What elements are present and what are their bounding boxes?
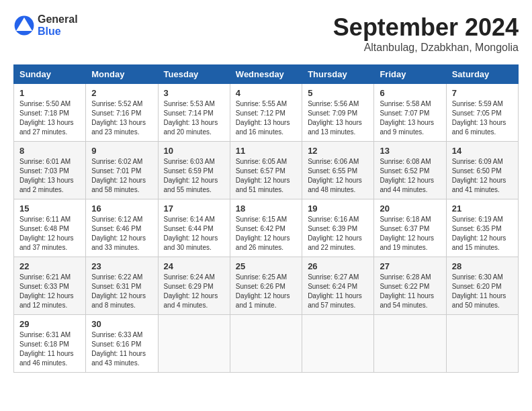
calendar-row: 29 Sunrise: 6:31 AMSunset: 6:18 PMDaylig… [14, 315, 519, 373]
calendar-cell: 9 Sunrise: 6:02 AMSunset: 7:01 PMDayligh… [86, 142, 158, 199]
cell-info: Sunrise: 5:55 AMSunset: 7:12 PMDaylight:… [236, 100, 290, 136]
day-number: 8 [19, 146, 80, 156]
calendar-cell: 11 Sunrise: 6:05 AMSunset: 6:57 PMDaylig… [230, 142, 302, 199]
cell-info: Sunrise: 6:33 AMSunset: 6:16 PMDaylight:… [91, 331, 146, 367]
title-block: September 2024 Altanbulag, Dzabkhan, Mon… [333, 13, 519, 54]
calendar-row: 22 Sunrise: 6:21 AMSunset: 6:33 PMDaylig… [14, 257, 519, 315]
calendar-cell: 5 Sunrise: 5:56 AMSunset: 7:09 PMDayligh… [302, 84, 374, 142]
cell-info: Sunrise: 6:25 AMSunset: 6:26 PMDaylight:… [236, 273, 290, 309]
cell-info: Sunrise: 5:53 AMSunset: 7:14 PMDaylight:… [164, 100, 218, 136]
day-number: 23 [91, 261, 152, 271]
calendar-cell: 1 Sunrise: 5:50 AMSunset: 7:18 PMDayligh… [14, 84, 86, 142]
calendar-cell: 14 Sunrise: 6:09 AMSunset: 6:50 PMDaylig… [446, 142, 518, 199]
cell-info: Sunrise: 6:19 AMSunset: 6:35 PMDaylight:… [452, 216, 506, 251]
calendar-cell: 22 Sunrise: 6:21 AMSunset: 6:33 PMDaylig… [14, 257, 86, 315]
day-number: 20 [380, 203, 440, 214]
cell-info: Sunrise: 6:14 AMSunset: 6:44 PMDaylight:… [164, 216, 218, 251]
calendar-cell: 26 Sunrise: 6:27 AMSunset: 6:24 PMDaylig… [302, 257, 374, 315]
calendar-cell [446, 315, 518, 373]
calendar-cell: 6 Sunrise: 5:58 AMSunset: 7:07 PMDayligh… [374, 84, 446, 142]
day-number: 16 [91, 203, 152, 214]
day-number: 2 [91, 88, 152, 98]
cell-info: Sunrise: 6:16 AMSunset: 6:39 PMDaylight:… [308, 216, 362, 251]
calendar-cell: 24 Sunrise: 6:24 AMSunset: 6:29 PMDaylig… [158, 257, 230, 315]
calendar-cell: 17 Sunrise: 6:14 AMSunset: 6:44 PMDaylig… [158, 199, 230, 257]
cell-info: Sunrise: 5:52 AMSunset: 7:16 PMDaylight:… [91, 100, 146, 136]
day-number: 13 [380, 146, 440, 156]
day-number: 18 [236, 203, 296, 214]
col-wednesday: Wednesday [230, 65, 302, 84]
calendar-cell [230, 315, 302, 373]
cell-info: Sunrise: 5:59 AMSunset: 7:05 PMDaylight:… [452, 100, 506, 136]
day-number: 6 [380, 88, 440, 98]
cell-info: Sunrise: 6:30 AMSunset: 6:20 PMDaylight:… [452, 273, 506, 309]
cell-info: Sunrise: 6:31 AMSunset: 6:18 PMDaylight:… [19, 331, 74, 367]
day-number: 29 [19, 319, 80, 329]
logo-text: General Blue [38, 13, 78, 37]
day-number: 14 [452, 146, 513, 156]
calendar-cell: 20 Sunrise: 6:18 AMSunset: 6:37 PMDaylig… [374, 199, 446, 257]
col-monday: Monday [86, 65, 158, 84]
calendar-cell [158, 315, 230, 373]
day-number: 5 [308, 88, 368, 98]
calendar-cell: 18 Sunrise: 6:15 AMSunset: 6:42 PMDaylig… [230, 199, 302, 257]
calendar-row: 1 Sunrise: 5:50 AMSunset: 7:18 PMDayligh… [14, 84, 519, 142]
calendar-cell: 2 Sunrise: 5:52 AMSunset: 7:16 PMDayligh… [86, 84, 158, 142]
calendar-row: 15 Sunrise: 6:11 AMSunset: 6:48 PMDaylig… [14, 199, 519, 257]
calendar-cell: 16 Sunrise: 6:12 AMSunset: 6:46 PMDaylig… [86, 199, 158, 257]
day-number: 9 [91, 146, 152, 156]
cell-info: Sunrise: 6:01 AMSunset: 7:03 PMDaylight:… [19, 158, 74, 193]
cell-info: Sunrise: 6:12 AMSunset: 6:46 PMDaylight:… [91, 216, 146, 251]
cell-info: Sunrise: 6:11 AMSunset: 6:48 PMDaylight:… [19, 216, 74, 251]
logo: General Blue [13, 13, 78, 37]
cell-info: Sunrise: 6:09 AMSunset: 6:50 PMDaylight:… [452, 158, 506, 193]
cell-info: Sunrise: 6:24 AMSunset: 6:29 PMDaylight:… [164, 273, 218, 309]
day-number: 21 [452, 203, 513, 214]
day-number: 19 [308, 203, 368, 214]
cell-info: Sunrise: 6:15 AMSunset: 6:42 PMDaylight:… [236, 216, 290, 251]
cell-info: Sunrise: 5:56 AMSunset: 7:09 PMDaylight:… [308, 100, 362, 136]
cell-info: Sunrise: 6:02 AMSunset: 7:01 PMDaylight:… [91, 158, 146, 193]
day-number: 11 [236, 146, 296, 156]
day-number: 7 [452, 88, 513, 98]
calendar-cell: 8 Sunrise: 6:01 AMSunset: 7:03 PMDayligh… [14, 142, 86, 199]
calendar-cell: 23 Sunrise: 6:22 AMSunset: 6:31 PMDaylig… [86, 257, 158, 315]
col-friday: Friday [374, 65, 446, 84]
day-number: 26 [308, 261, 368, 271]
day-number: 22 [19, 261, 80, 271]
day-number: 3 [164, 88, 224, 98]
cell-info: Sunrise: 5:50 AMSunset: 7:18 PMDaylight:… [19, 100, 74, 136]
logo-general-text: General [38, 13, 78, 26]
day-number: 27 [380, 261, 440, 271]
col-saturday: Saturday [446, 65, 518, 84]
day-number: 10 [164, 146, 224, 156]
calendar-cell: 29 Sunrise: 6:31 AMSunset: 6:18 PMDaylig… [14, 315, 86, 373]
calendar-cell: 28 Sunrise: 6:30 AMSunset: 6:20 PMDaylig… [446, 257, 518, 315]
calendar-cell: 21 Sunrise: 6:19 AMSunset: 6:35 PMDaylig… [446, 199, 518, 257]
page-header: General Blue September 2024 Altanbulag, … [13, 13, 519, 54]
cell-info: Sunrise: 5:58 AMSunset: 7:07 PMDaylight:… [380, 100, 434, 136]
calendar-cell: 19 Sunrise: 6:16 AMSunset: 6:39 PMDaylig… [302, 199, 374, 257]
calendar-cell [374, 315, 446, 373]
calendar-cell: 13 Sunrise: 6:08 AMSunset: 6:52 PMDaylig… [374, 142, 446, 199]
day-number: 28 [452, 261, 513, 271]
month-title: September 2024 [333, 13, 519, 42]
calendar-table: Sunday Monday Tuesday Wednesday Thursday… [13, 64, 519, 373]
day-number: 17 [164, 203, 224, 214]
calendar-row: 8 Sunrise: 6:01 AMSunset: 7:03 PMDayligh… [14, 142, 519, 199]
calendar-cell: 15 Sunrise: 6:11 AMSunset: 6:48 PMDaylig… [14, 199, 86, 257]
calendar-cell: 30 Sunrise: 6:33 AMSunset: 6:16 PMDaylig… [86, 315, 158, 373]
calendar-cell: 3 Sunrise: 5:53 AMSunset: 7:14 PMDayligh… [158, 84, 230, 142]
calendar-cell: 4 Sunrise: 5:55 AMSunset: 7:12 PMDayligh… [230, 84, 302, 142]
cell-info: Sunrise: 6:21 AMSunset: 6:33 PMDaylight:… [19, 273, 74, 309]
logo-blue-text: Blue [38, 26, 78, 38]
day-number: 12 [308, 146, 368, 156]
cell-info: Sunrise: 6:06 AMSunset: 6:55 PMDaylight:… [308, 158, 362, 193]
calendar-cell: 10 Sunrise: 6:03 AMSunset: 6:59 PMDaylig… [158, 142, 230, 199]
calendar-cell: 27 Sunrise: 6:28 AMSunset: 6:22 PMDaylig… [374, 257, 446, 315]
cell-info: Sunrise: 6:18 AMSunset: 6:37 PMDaylight:… [380, 216, 434, 251]
location: Altanbulag, Dzabkhan, Mongolia [333, 42, 519, 54]
calendar-header-row: Sunday Monday Tuesday Wednesday Thursday… [14, 65, 519, 84]
day-number: 4 [236, 88, 296, 98]
col-sunday: Sunday [14, 65, 86, 84]
